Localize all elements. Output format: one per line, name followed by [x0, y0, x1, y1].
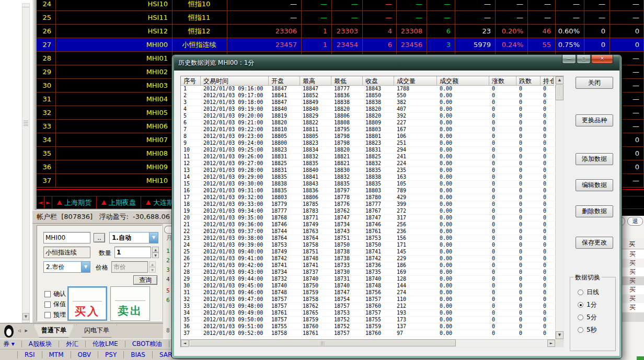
tab-cut-left[interactable]: 券 ▾ [0, 340, 18, 349]
dialog-button-编辑数据[interactable]: 编辑数据 [576, 179, 613, 191]
checkbox-icon[interactable] [44, 301, 51, 308]
sell-button[interactable]: 卖出 [110, 286, 150, 321]
column-header[interactable]: 涨数 [489, 76, 516, 86]
maximize-button[interactable]: ▢ [577, 55, 591, 64]
history-row[interactable]: 162012/01/03 09:31:001883518836187971880… [181, 188, 554, 194]
radio-icon[interactable] [578, 327, 583, 333]
radio-1分[interactable]: 1分 [578, 300, 597, 309]
market-row[interactable]: 26HSI12恒指12233061233034233086230.20%460.… [37, 25, 644, 38]
column-header[interactable]: 序号 [181, 76, 201, 86]
history-row[interactable]: 232012/01/03 09:38:001876418764187511875… [181, 235, 554, 242]
market-tab-1[interactable]: 上海期货 [52, 196, 97, 208]
market-row[interactable]: 27MHI00小恒指连续23457123454623456359790.24%5… [37, 38, 644, 52]
tab-scroll-left-icon[interactable]: ◄ [37, 196, 44, 208]
history-row[interactable]: 32012/01/03 09:18:0018847188491883818838… [181, 99, 554, 106]
history-row[interactable]: 172012/01/03 09:32:001880318806187781878… [181, 194, 554, 201]
history-row[interactable]: 342012/01/03 09:49:001876118765187531875… [181, 310, 554, 317]
history-row[interactable]: 262012/01/03 09:41:001874218748187381874… [181, 256, 554, 262]
vscroll-thumb[interactable] [556, 85, 564, 100]
dialog-button-添加数据[interactable]: 添加数据 [576, 153, 613, 165]
history-row[interactable]: 22012/01/03 09:17:0018841188521883618850… [181, 92, 554, 99]
checkbox-icon[interactable] [44, 312, 51, 318]
column-header[interactable]: 跌数 [516, 76, 540, 86]
history-row[interactable]: 182012/01/03 09:33:001877918785187761877… [181, 201, 554, 208]
column-header[interactable]: 最低 [331, 76, 363, 86]
price-mode-select[interactable]: 2.市价 ▼ [43, 261, 90, 273]
history-row[interactable]: 42012/01/03 09:19:0018840188401882018820… [181, 106, 554, 113]
history-row[interactable]: 292012/01/03 09:44:001873218740187311874… [181, 276, 554, 283]
radio-日线[interactable]: 日线 [578, 288, 599, 297]
scroll-right-icon[interactable]: ► [547, 340, 555, 347]
back-button[interactable]: 退 [627, 217, 643, 226]
minimize-button[interactable]: — [562, 55, 576, 64]
history-row[interactable]: 222012/01/03 09:37:001874418763187431876… [181, 228, 554, 235]
market-row[interactable]: 24HSI10恒指10———————————— [37, 0, 644, 11]
nav-left-icon[interactable]: ◃ [18, 327, 25, 334]
history-row[interactable]: 122012/01/03 09:27:001882518835188211883… [181, 160, 554, 167]
history-row[interactable]: 132012/01/03 09:28:001883118840188301883… [181, 167, 554, 174]
mode-select[interactable]: 1.自动 ▼ [109, 232, 158, 243]
scroll-down-icon[interactable]: ▼ [22, 313, 29, 320]
column-header[interactable]: 成交量 [394, 76, 437, 86]
column-header[interactable]: 收盘 [363, 76, 394, 86]
history-row[interactable]: 142012/01/03 09:29:001883518841188321883… [181, 174, 554, 181]
checkbox-icon[interactable] [44, 291, 51, 297]
stepper-up-icon[interactable]: ▲ [152, 247, 159, 252]
indicator-tab[interactable]: RSI [21, 351, 38, 358]
column-header[interactable]: 最高 [300, 76, 331, 86]
history-row[interactable]: 102012/01/03 09:25:001882318834188201883… [181, 147, 554, 154]
indicator-tab[interactable]: MTM [46, 351, 67, 358]
dialog-titlebar[interactable]: 历史数据浏览 MHI00 : 1分 — ▢ ✕ [174, 55, 619, 71]
order-nav-arrows[interactable]: ◃▸ [18, 327, 32, 334]
dialog-button-关闭[interactable]: 关闭 [576, 77, 613, 89]
hedge-checkbox[interactable]: 保值 [44, 300, 66, 309]
history-row[interactable]: 372012/01/03 09:52:001875818761187571876… [181, 330, 554, 337]
confirm-checkbox[interactable]: 确认 [44, 289, 66, 298]
history-row[interactable]: 242012/01/03 09:39:001875318758187501875… [181, 242, 554, 249]
history-row[interactable]: 72012/01/03 09:22:0018810188111879518803… [181, 126, 554, 133]
history-row[interactable]: 252012/01/03 09:40:001874918751187381874… [181, 249, 554, 256]
penguin-icon[interactable] [4, 325, 14, 338]
history-row[interactable]: 322012/01/03 09:47:001875718758187541875… [181, 296, 554, 303]
history-row[interactable]: 332012/01/03 09:48:001875718762187571876… [181, 303, 554, 310]
bottom-market-tab[interactable]: CBOT粮油 [129, 340, 165, 349]
vertical-scrollbar[interactable]: ▲ ▼ [555, 76, 564, 339]
history-row[interactable]: 152012/01/03 09:30:001883818843188351883… [181, 181, 554, 188]
history-row[interactable]: 302012/01/03 09:45:001874018750187401874… [181, 283, 554, 289]
tab-normal-order[interactable]: 普通下单 [33, 324, 74, 338]
dialog-button-更换品种[interactable]: 更换品种 [576, 114, 613, 126]
symbol-input[interactable]: MHI00 [43, 232, 90, 243]
buy-button[interactable]: 买入 [67, 286, 107, 321]
indicator-tab[interactable]: BIAS [128, 351, 148, 358]
chevron-down-icon[interactable]: ▼ [81, 262, 90, 272]
preset-checkbox[interactable]: 预埋 [44, 310, 66, 319]
hscroll-thumb[interactable] [189, 340, 456, 346]
history-row[interactable]: 62012/01/03 09:21:0018820188221880818809… [181, 120, 554, 126]
history-row[interactable]: 312012/01/03 09:46:001874818759187471875… [181, 289, 554, 296]
close-window-button[interactable]: ✕ [591, 55, 613, 64]
history-row[interactable]: 52012/01/03 09:20:0018819188291880618820… [181, 113, 554, 120]
radio-icon[interactable] [578, 315, 583, 320]
nav-right-icon[interactable]: ▸ [25, 327, 32, 334]
stepper-down-icon[interactable]: ▼ [149, 267, 156, 273]
column-header[interactable]: 开盘 [269, 76, 300, 86]
history-row[interactable]: 192012/01/03 09:34:001877718783187621876… [181, 208, 554, 215]
horizontal-scrollbar[interactable]: ◄ ► [181, 339, 555, 347]
qty-stepper[interactable]: ▲▼ [152, 247, 159, 258]
scroll-down-icon[interactable]: ▼ [556, 331, 564, 339]
radio-icon[interactable] [578, 302, 583, 308]
dialog-button-删除数据[interactable]: 删除数据 [576, 205, 613, 217]
column-header[interactable]: 成交额 [437, 76, 489, 86]
price-stepper[interactable]: ▲▼ [149, 261, 156, 273]
indicator-tab[interactable]: PSY [102, 351, 120, 358]
history-row[interactable]: 112012/01/03 09:26:001883118832188211882… [181, 154, 554, 160]
symbol-browse-button[interactable]: .. [94, 233, 105, 242]
history-row[interactable]: 82012/01/03 09:23:0018805188051879818801… [181, 133, 554, 140]
bottom-market-tab[interactable]: A股板块 [26, 340, 55, 349]
history-row[interactable]: 352012/01/03 09:50:001875718759187521875… [181, 317, 554, 323]
splitter-grip[interactable] [24, 121, 28, 126]
dialog-button-保存更改[interactable]: 保存更改 [576, 237, 613, 249]
history-row[interactable]: 212012/01/03 09:36:001874618749187341874… [181, 222, 554, 228]
query-button[interactable]: 查询 [133, 275, 157, 285]
market-row[interactable]: 25HSI11恒指11———————————— [37, 11, 644, 25]
